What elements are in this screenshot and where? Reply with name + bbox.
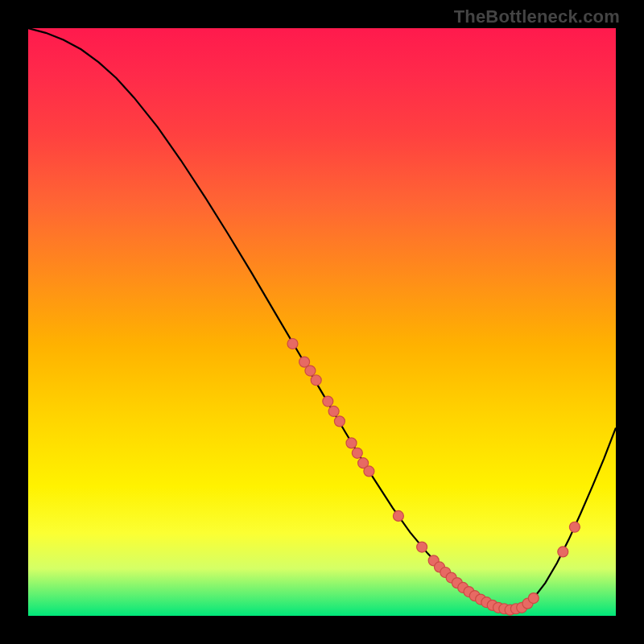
curve-marker [334,416,345,427]
curve-marker [287,339,298,349]
watermark-text: TheBottleneck.com [454,6,620,27]
curve-marker [311,375,321,386]
curve-marker [364,466,374,477]
curve-marker [305,365,316,376]
chart-container: TheBottleneck.com [0,0,644,644]
curve-marker [417,542,427,552]
curve-marker [393,510,403,521]
chart-svg [28,28,616,616]
curve-marker [528,593,539,604]
curve-line [28,28,616,610]
plot-area [28,28,616,616]
curve-marker [323,396,333,407]
curve-marker [558,547,568,557]
curve-marker [328,406,339,416]
curve-markers [287,339,580,616]
curve-marker [346,438,357,448]
curve-marker [352,448,362,458]
curve-marker [569,522,580,532]
